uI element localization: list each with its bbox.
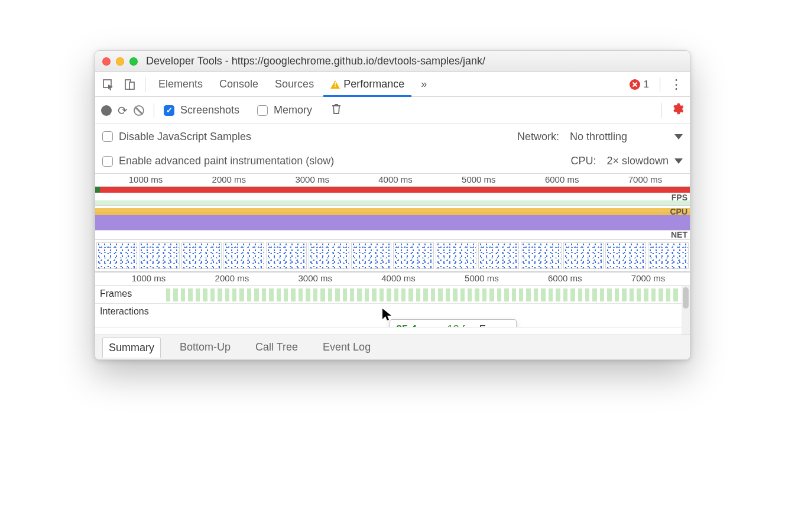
frame-segment[interactable] <box>343 288 348 301</box>
interactions-body[interactable]: 85.4 ms ~ 12 fps Frame <box>164 304 682 327</box>
frame-segment[interactable] <box>489 288 495 301</box>
frame-segment[interactable] <box>446 288 451 301</box>
frame-segment[interactable] <box>181 288 186 301</box>
frame-segment[interactable] <box>188 288 193 301</box>
frame-segment[interactable] <box>482 288 488 301</box>
frame-segment[interactable] <box>615 288 620 301</box>
frame-segment[interactable] <box>504 288 510 301</box>
reload-record-button[interactable]: ⟳ <box>118 103 128 118</box>
clear-button[interactable] <box>134 105 144 116</box>
overview-net-lane[interactable]: NET <box>95 231 690 240</box>
frame-segment[interactable] <box>239 288 245 301</box>
frame-segment[interactable] <box>394 288 400 301</box>
tab-summary[interactable]: Summary <box>102 338 161 358</box>
frame-segment[interactable] <box>651 288 657 301</box>
maximize-icon[interactable] <box>129 57 138 66</box>
inspect-element-icon[interactable] <box>99 75 118 94</box>
frame-segment[interactable] <box>408 288 414 301</box>
frame-segment[interactable] <box>585 288 591 301</box>
flamechart-ruler[interactable]: 1000 ms 2000 ms 3000 ms 4000 ms 5000 ms … <box>95 272 690 286</box>
frame-segment[interactable] <box>262 288 267 301</box>
frame-segment[interactable] <box>468 288 473 301</box>
frame-segment[interactable] <box>350 288 355 301</box>
frame-segment[interactable] <box>335 288 340 301</box>
network-throttling-select[interactable]: No throttling <box>570 131 683 143</box>
frame-segment[interactable] <box>254 288 259 301</box>
scroll-thumb[interactable] <box>683 287 689 309</box>
capture-settings-icon[interactable] <box>671 102 684 118</box>
tab-event-log[interactable]: Event Log <box>317 338 377 357</box>
minimize-icon[interactable] <box>116 57 124 66</box>
frame-segment[interactable] <box>460 288 466 301</box>
frame-segment[interactable] <box>549 288 554 301</box>
frame-segment[interactable] <box>320 288 326 301</box>
frame-segment[interactable] <box>269 288 274 301</box>
frame-segment[interactable] <box>541 288 546 301</box>
frame-segment[interactable] <box>438 288 443 301</box>
overview-fps-lane[interactable]: FPS <box>95 193 690 206</box>
tab-call-tree[interactable]: Call Tree <box>249 338 304 357</box>
frames-track[interactable]: Frames <box>95 286 682 304</box>
frame-segment[interactable] <box>519 288 524 301</box>
tab-bottom-up[interactable]: Bottom-Up <box>174 338 236 357</box>
overview-screenshots[interactable] <box>95 240 690 272</box>
cpu-throttling-select[interactable]: 2× slowdown <box>606 155 683 167</box>
frame-segment[interactable] <box>475 288 480 301</box>
frame-segment[interactable] <box>379 288 385 301</box>
frame-segment[interactable] <box>173 288 179 301</box>
frame-segment[interactable] <box>299 288 304 301</box>
overview-ruler[interactable]: 1000 ms 2000 ms 3000 ms 4000 ms 5000 ms … <box>95 174 690 187</box>
vertical-scrollbar[interactable] <box>682 286 690 335</box>
frame-segment[interactable] <box>673 288 679 301</box>
tab-performance[interactable]: Performance <box>323 72 411 97</box>
frame-segment[interactable] <box>534 288 539 301</box>
frame-segment[interactable] <box>431 288 436 301</box>
frame-segment[interactable] <box>277 288 282 301</box>
frame-segment[interactable] <box>659 288 664 301</box>
memory-checkbox[interactable] <box>257 105 268 116</box>
device-toolbar-icon[interactable] <box>120 75 139 94</box>
frame-segment[interactable] <box>453 288 458 301</box>
frame-segment[interactable] <box>644 288 649 301</box>
disable-js-checkbox[interactable] <box>102 131 113 142</box>
frame-segment[interactable] <box>247 288 252 301</box>
frame-segment[interactable] <box>365 288 370 301</box>
frame-segment[interactable] <box>526 288 531 301</box>
frame-segment[interactable] <box>306 288 311 301</box>
tab-console[interactable]: Console <box>212 72 265 97</box>
frame-segment[interactable] <box>372 288 377 301</box>
frame-segment[interactable] <box>218 288 223 301</box>
error-badge[interactable]: 1 <box>625 79 654 90</box>
frame-segment[interactable] <box>512 288 517 301</box>
record-button[interactable] <box>101 105 112 116</box>
frame-segment[interactable] <box>284 288 289 301</box>
frame-segment[interactable] <box>570 288 576 301</box>
interactions-track[interactable]: Interactions 85.4 ms ~ 12 fps Frame <box>95 304 682 327</box>
close-icon[interactable] <box>102 57 111 66</box>
frame-segment[interactable] <box>210 288 216 301</box>
overview-cpu-lane[interactable]: CPU <box>95 206 690 231</box>
frame-segment[interactable] <box>196 288 201 301</box>
frame-segment[interactable] <box>630 288 635 301</box>
frame-segment[interactable] <box>401 288 407 301</box>
frame-segment[interactable] <box>600 288 605 301</box>
frame-segment[interactable] <box>416 288 421 301</box>
frames-body[interactable] <box>164 286 682 303</box>
frame-segment[interactable] <box>578 288 583 301</box>
frame-segment[interactable] <box>637 288 642 301</box>
frame-segment[interactable] <box>357 288 362 301</box>
frame-segment[interactable] <box>313 288 319 301</box>
screenshots-checkbox[interactable] <box>164 105 174 116</box>
frame-segment[interactable] <box>166 288 171 301</box>
frame-segment[interactable] <box>607 288 612 301</box>
frame-segment[interactable] <box>232 288 238 301</box>
tab-elements[interactable]: Elements <box>151 72 210 97</box>
frame-segment[interactable] <box>387 288 392 301</box>
tab-sources[interactable]: Sources <box>268 72 321 97</box>
frame-segment[interactable] <box>622 288 627 301</box>
frame-segment[interactable] <box>225 288 231 301</box>
frame-segment[interactable] <box>328 288 333 301</box>
collect-garbage-icon[interactable] <box>331 103 342 118</box>
frame-segment[interactable] <box>592 288 598 301</box>
frame-segment[interactable] <box>497 288 502 301</box>
